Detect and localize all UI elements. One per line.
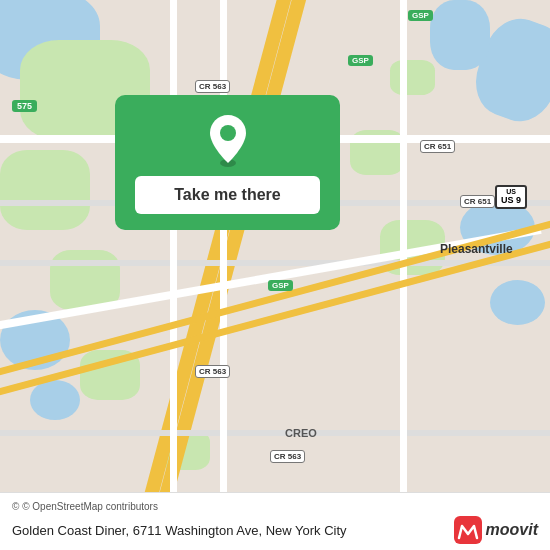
gsp-badge-mid: GSP	[268, 280, 293, 291]
cr651-badge-2: CR 651	[460, 195, 495, 208]
vert-road-2	[170, 0, 177, 550]
osm-attribution: © © OpenStreetMap contributors	[12, 501, 538, 512]
moovit-logo-icon	[454, 516, 482, 544]
us9-number: US 9	[501, 196, 521, 206]
map-container: GSP GSP GSP CR 563 CR 563 CR 563 CR 651 …	[0, 0, 550, 550]
water-body	[490, 280, 545, 325]
svg-point-1	[220, 125, 236, 141]
svg-rect-2	[454, 516, 482, 544]
map-background: GSP GSP GSP CR 563 CR 563 CR 563 CR 651 …	[0, 0, 550, 550]
moovit-logo: moovit	[454, 516, 538, 544]
take-me-there-button[interactable]: Take me there	[135, 176, 320, 214]
copyright-symbol: ©	[12, 501, 19, 512]
water-body	[430, 0, 490, 70]
cr651-badge: CR 651	[420, 140, 455, 153]
action-panel: Take me there	[115, 95, 340, 230]
cr563-badge-3: CR 563	[270, 450, 305, 463]
route575-badge: 575	[12, 100, 37, 112]
moovit-wordmark: moovit	[486, 521, 538, 539]
location-text: Golden Coast Diner, 6711 Washington Ave,…	[12, 523, 454, 538]
vert-road-3	[400, 0, 407, 550]
h-road-4	[0, 430, 550, 436]
us9-shield: US US 9	[495, 185, 527, 209]
green-area	[390, 60, 435, 95]
location-pin-icon	[206, 113, 250, 168]
green-area	[0, 150, 90, 230]
cr563-badge-2: CR 563	[195, 365, 230, 378]
creo-label: CREO	[285, 427, 317, 439]
pleasantville-label: Pleasantville	[440, 242, 513, 256]
water-body	[30, 380, 80, 420]
gsp-badge-top-right: GSP	[408, 10, 433, 21]
cr563-badge-1: CR 563	[195, 80, 230, 93]
location-info: Golden Coast Diner, 6711 Washington Ave,…	[12, 516, 538, 544]
bottom-bar: © © OpenStreetMap contributors Golden Co…	[0, 492, 550, 550]
gsp-badge-top: GSP	[348, 55, 373, 66]
osm-text: © OpenStreetMap contributors	[22, 501, 158, 512]
